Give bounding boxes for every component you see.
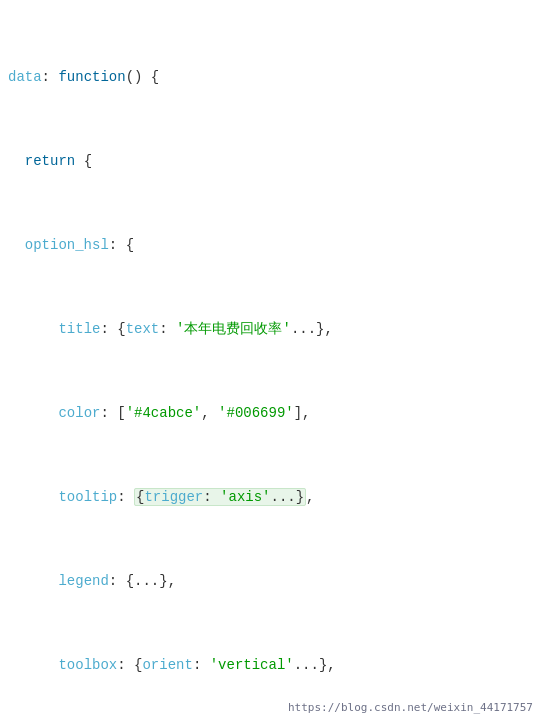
prop-data: data (8, 69, 42, 85)
line-2: return { (0, 151, 541, 172)
line-8: toolbox: {orient: 'vertical'...}, (0, 655, 541, 676)
code-editor: data: function() { return { option_hsl: … (0, 0, 541, 724)
line-1: data: function() { (0, 67, 541, 88)
line-5: color: ['#4cabce', '#006699'], (0, 403, 541, 424)
watermark: https://blog.csdn.net/weixin_44171757 (288, 700, 533, 717)
line-7: legend: {...}, (0, 571, 541, 592)
tooltip-highlight: {trigger: 'axis'...} (134, 488, 306, 506)
line-6: tooltip: {trigger: 'axis'...}, (0, 487, 541, 508)
line-4: title: {text: '本年电费回收率'...}, (0, 319, 541, 340)
line-3: option_hsl: { (0, 235, 541, 256)
